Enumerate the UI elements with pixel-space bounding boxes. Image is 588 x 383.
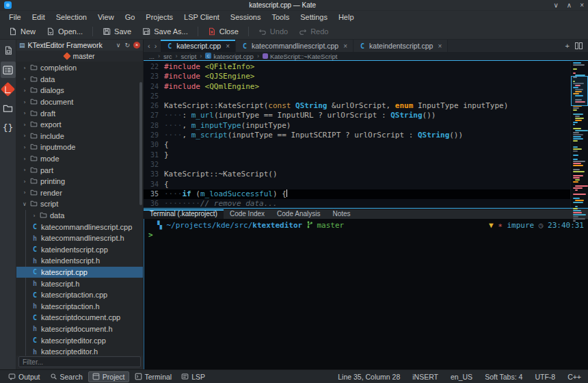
toolview-button-search[interactable]: Search [46, 371, 87, 382]
code-line-27[interactable]: 27····: m_url(inputType == InputURL ? ur… [144, 111, 570, 120]
menu-settings[interactable]: Settings [295, 12, 332, 23]
terminal[interactable]: ▚ ~/projects/kde/src/ktexteditor master▼… [144, 219, 588, 370]
tree-item-kateindentscript.cpp[interactable]: Ckateindentscript.cpp [16, 244, 143, 256]
code-area[interactable]: 22#include <QFileInfo>23#include <QJSEng… [144, 61, 570, 208]
tree-item-dialogs[interactable]: ›dialogs [16, 85, 143, 96]
tree-item-completion[interactable]: ›completion [16, 62, 143, 74]
menu-help[interactable]: Help [334, 12, 359, 23]
code-line-35[interactable]: 35····if (m_loadSuccessful) { [144, 189, 570, 199]
save-button[interactable]: Save [98, 25, 136, 38]
code-line-33[interactable]: 33KateScript::~KateScript() [144, 170, 570, 179]
tree-item-katescripteditor.h[interactable]: hkatescripteditor.h [16, 346, 143, 356]
split-view-icon[interactable] [575, 42, 583, 49]
menu-lsp-client[interactable]: LSP Client [179, 12, 224, 23]
tree-item-katescript.cpp[interactable]: Ckatescript.cpp [16, 267, 143, 278]
new-document-dock-icon[interactable] [1, 42, 16, 59]
documents-list-dock-icon[interactable] [1, 62, 16, 78]
editor-view[interactable]: 22#include <QFileInfo>23#include <QJSEng… [144, 61, 588, 209]
tree-item-inputmode[interactable]: ›inputmode [16, 142, 143, 153]
minimap[interactable] [570, 61, 588, 208]
menu-edit[interactable]: Edit [27, 12, 50, 23]
git-dock-icon[interactable] [1, 81, 16, 97]
breadcrumb-item[interactable]: Ckatescript.cpp [205, 53, 254, 60]
tree-item-mode[interactable]: ›mode [16, 153, 143, 165]
status-dictionary[interactable]: en_US [451, 373, 472, 381]
tab-close-icon[interactable]: × [438, 42, 442, 50]
code-line-31[interactable]: 31} [144, 150, 570, 160]
tree-item-katescript.h[interactable]: hkatescript.h [16, 278, 143, 289]
new-button[interactable]: New [4, 25, 40, 38]
status-encoding[interactable]: UTF-8 [535, 373, 555, 381]
chevron-collapsed-icon[interactable]: › [22, 76, 27, 82]
chevron-expanded-icon[interactable]: ∨ [22, 201, 27, 207]
code-line-34[interactable]: 34{ [144, 180, 570, 189]
tab-kateindentscript.cpp[interactable]: Ckateindentscript.cpp× [353, 40, 448, 52]
breadcrumb-item[interactable]: ... [149, 53, 155, 60]
menu-projects[interactable]: Projects [141, 12, 178, 23]
tree-item-include[interactable]: ›include [16, 131, 143, 142]
minimap-viewport[interactable] [571, 76, 588, 106]
tree-item-data[interactable]: ›data [16, 210, 143, 222]
close-panel-icon[interactable]: × [133, 42, 140, 49]
tab-katescript.cpp[interactable]: Ckatescript.cpp× [161, 40, 236, 52]
tab-close-icon[interactable]: × [226, 42, 230, 50]
close-button[interactable]: Close [203, 25, 243, 38]
breadcrumb-item[interactable]: src [163, 53, 172, 60]
toolview-button-lsp[interactable]: LSP [177, 371, 209, 382]
tree-item-export[interactable]: ›export [16, 119, 143, 131]
tree-item-katescriptaction.cpp[interactable]: Ckatescriptaction.cpp [16, 289, 143, 301]
branch-selector[interactable]: master [16, 51, 143, 62]
chevron-collapsed-icon[interactable]: › [22, 99, 27, 105]
code-line-24[interactable]: 24#include <QQmlEngine> [144, 82, 570, 92]
menu-view[interactable]: View [93, 12, 119, 23]
chevron-collapsed-icon[interactable]: › [22, 122, 27, 128]
status-highlight-mode[interactable]: C++ [567, 373, 581, 381]
chevron-collapsed-icon[interactable]: › [22, 65, 27, 71]
chevron-collapsed-icon[interactable]: › [22, 189, 27, 196]
new-tab-icon[interactable]: + [565, 42, 570, 50]
tab-forward-icon[interactable]: › [153, 42, 159, 50]
code-line-22[interactable]: 22#include <QFileInfo> [144, 62, 570, 72]
menu-go[interactable]: Go [120, 12, 140, 23]
tree-scrollbar[interactable] [139, 82, 142, 205]
tree-item-katecommandlinescript.cpp[interactable]: Ckatecommandlinescript.cpp [16, 221, 143, 233]
code-line-26[interactable]: 26KateScript::KateScript(const QString &… [144, 101, 570, 111]
toolview-button-output[interactable]: Output [4, 371, 44, 382]
chevron-collapsed-icon[interactable]: › [22, 110, 27, 116]
panel-tab-notes[interactable]: Notes [326, 209, 356, 219]
tree-item-data[interactable]: ›data [16, 74, 143, 85]
saveas-button[interactable]: Save As... [137, 25, 193, 38]
code-line-36[interactable]: 36········// remove data... [144, 199, 570, 207]
tab-close-icon[interactable]: × [343, 42, 347, 50]
tree-item-katescriptaction.h[interactable]: hkatescriptaction.h [16, 300, 143, 312]
menu-tools[interactable]: Tools [267, 12, 294, 23]
tree-item-katescripteditor.cpp[interactable]: Ckatescripteditor.cpp [16, 334, 143, 346]
tree-item-printing[interactable]: ›printing [16, 176, 143, 187]
chevron-collapsed-icon[interactable]: › [22, 179, 27, 185]
maximize-icon[interactable]: ∧ [567, 1, 572, 9]
status-cursor-position[interactable]: Line 35, Column 28 [338, 373, 400, 381]
tree-item-katescriptdocument.cpp[interactable]: Ckatescriptdocument.cpp [16, 312, 143, 323]
tree-item-render[interactable]: ›render [16, 187, 143, 199]
breadcrumb-item[interactable]: KateScript::~KateScript [263, 53, 337, 60]
open-button[interactable]: Open... [42, 25, 88, 38]
panel-tab-code-index[interactable]: Code Index [224, 209, 271, 219]
chevron-collapsed-icon[interactable]: › [22, 144, 27, 150]
chevron-collapsed-icon[interactable]: › [22, 133, 27, 139]
chevron-collapsed-icon[interactable]: › [22, 156, 27, 162]
tab-back-icon[interactable]: ‹ [146, 42, 152, 50]
panel-tab-terminal-kateproject-[interactable]: Terminal (.kateproject) [144, 209, 224, 219]
menu-sessions[interactable]: Sessions [226, 12, 266, 23]
code-line-23[interactable]: 23#include <QJSEngine> [144, 72, 570, 81]
tree-item-draft[interactable]: ›draft [16, 107, 143, 119]
close-icon[interactable]: × [580, 1, 584, 9]
status-input-mode[interactable]: iNSERT [412, 373, 438, 381]
breadcrumb-item[interactable]: script [181, 53, 197, 60]
chevron-collapsed-icon[interactable]: › [22, 167, 27, 173]
code-line-29[interactable]: 29····, m_script(inputType == InputSCRIP… [144, 131, 570, 140]
status-tab-mode[interactable]: Soft Tabs: 4 [485, 373, 522, 381]
filter-input[interactable] [18, 356, 141, 367]
tree-item-document[interactable]: ›document [16, 96, 143, 108]
tree-item-katecommandlinescript.h[interactable]: hkatecommandlinescript.h [16, 233, 143, 244]
symbols-dock-icon[interactable]: {} [1, 119, 16, 135]
